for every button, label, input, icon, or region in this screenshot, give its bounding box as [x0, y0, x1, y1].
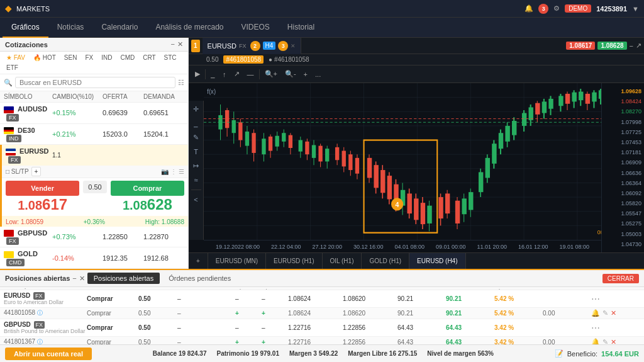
close-icon-eurusd[interactable]: ✕: [611, 309, 616, 317]
fav-tab-cmd[interactable]: CMD: [116, 53, 138, 62]
fav-tab-sen[interactable]: SEN: [60, 53, 81, 62]
chart-minimize-icon[interactable]: −: [630, 42, 633, 50]
search-input[interactable]: [15, 77, 175, 88]
pos-sub-eurusd-tp[interactable]: +: [262, 310, 287, 317]
pos-gbpusd-tp: –: [262, 324, 287, 331]
bottom-tab-gold-h1[interactable]: GOLD (H1): [362, 253, 409, 269]
free-margin-label: Margen Libre: [348, 350, 387, 357]
quote-row-de30[interactable]: DE30 IND +0.21% 15203.0 15204.1: [0, 124, 188, 145]
fav-tab-stc[interactable]: STC: [160, 53, 180, 62]
positions-close-icon[interactable]: ✕: [79, 274, 85, 283]
quote-row-gold[interactable]: GOLD CMD -0.14% 1912.35 1912.68: [0, 247, 188, 269]
info-icon-eurusd[interactable]: ⓘ: [37, 310, 43, 316]
top-bar-left: ◆ MARKETS: [5, 4, 50, 13]
gbpusd-group-menu[interactable]: ⋯: [591, 323, 600, 333]
toolbar-ray[interactable]: ↗: [231, 70, 242, 78]
fav-tab-ind[interactable]: IND: [97, 53, 116, 62]
svg-rect-116: [572, 93, 576, 102]
left-tool-measure[interactable]: ↦: [191, 160, 201, 172]
svg-rect-42: [299, 140, 303, 152]
fav-tab-crt[interactable]: CRT: [139, 53, 159, 62]
positions-minimize-icon[interactable]: −: [72, 274, 76, 282]
toolbar-line[interactable]: ⎯: [208, 71, 218, 78]
bid-audusd: 0.69639: [103, 109, 143, 116]
fav-tab-hot[interactable]: 🔥 HOT: [30, 53, 60, 62]
quote-row-eurusd[interactable]: EURUSD FX 1.1 □ SL/TP + 📷 ⋮ ☰: [0, 145, 188, 227]
sidebar-close-icon[interactable]: ✕: [177, 40, 183, 48]
left-tool-text[interactable]: T: [192, 146, 200, 157]
toolbar-cursor[interactable]: ▶: [192, 70, 203, 78]
bottom-tab-oil-h1[interactable]: OIL (H1): [323, 253, 362, 269]
chart-tab-close[interactable]: ✕: [291, 43, 296, 49]
time-2: 22.12 04:00: [271, 244, 301, 250]
eurusd-group-menu[interactable]: ⋯: [591, 294, 600, 304]
svg-rect-76: [421, 203, 425, 224]
time-9: 19.01 08:00: [559, 244, 589, 250]
account-dropdown-icon[interactable]: ▼: [632, 5, 639, 13]
pos-sub-eurusd-mktval: –: [177, 310, 234, 317]
tab-historial[interactable]: Historial: [279, 18, 323, 38]
toolbar-zoom-in[interactable]: 🔍+: [262, 70, 280, 78]
chart-tab-tf: H4: [263, 42, 276, 50]
tab-graficos[interactable]: Gráficos: [3, 18, 48, 38]
buy-button[interactable]: Comprar: [111, 181, 184, 196]
pos-sub-eurusd-sl[interactable]: +: [235, 310, 260, 317]
bottom-tab-eurusd-mn[interactable]: EURUSD (MN): [208, 253, 266, 269]
toolbar-hline[interactable]: —: [245, 71, 257, 78]
sell-button[interactable]: Vender: [6, 181, 79, 196]
chart-canvas-wrapper[interactable]: f(x): [204, 83, 644, 252]
time-3: 27.12 20:00: [312, 244, 342, 250]
candlestick-chart: f(x): [204, 83, 644, 240]
bottom-tab-eurusd-h1[interactable]: EURUSD (H1): [266, 253, 322, 269]
svg-text:4: 4: [396, 201, 400, 208]
notification-badge: 3: [538, 4, 548, 14]
left-tool-fib[interactable]: ≈: [192, 174, 199, 186]
fav-tab-etf[interactable]: ETF: [3, 63, 22, 72]
symbol-cell: AUDUSD FX: [4, 105, 52, 121]
pos-tab-open[interactable]: Posiciones abiertas: [87, 273, 160, 284]
left-tool-share[interactable]: <: [192, 194, 199, 205]
balance-value: 19 824.37: [179, 350, 207, 357]
open-real-account-button[interactable]: Abrir una cuenta real: [5, 348, 92, 360]
sltp-plus[interactable]: +: [31, 167, 42, 176]
left-tool-line[interactable]: ⎯: [192, 118, 200, 129]
toolbar-arrow[interactable]: ↑: [220, 71, 229, 78]
pos-gbpusd-actions: ⋯: [591, 323, 629, 333]
margin-level-label: Nivel de margen: [427, 350, 475, 357]
chart-tab-eurusd[interactable]: EURUSD FX 2 H4 3 ✕: [203, 38, 302, 54]
add-chart-tab[interactable]: +: [189, 253, 208, 269]
svg-rect-66: [387, 176, 392, 199]
tab-calendario[interactable]: Calendario: [92, 18, 147, 38]
edit-icon-eurusd[interactable]: ✎: [602, 309, 608, 317]
left-tool-sep: [191, 189, 201, 190]
equity-value: 19 979.01: [251, 350, 279, 357]
tab-analisis[interactable]: Análisis de mercado: [147, 18, 232, 38]
bell-icon-eurusd[interactable]: 🔔: [591, 309, 600, 317]
quote-row-gbpusd[interactable]: GBPUSD FX +0.73% 1.22850 1.22870: [0, 227, 188, 248]
fav-tab-fx[interactable]: FX: [81, 53, 97, 62]
settings-icon[interactable]: ⚙: [553, 4, 560, 13]
close-all-button[interactable]: CERRAR: [602, 274, 639, 283]
quote-row-audusd[interactable]: AUDUSD FX +0.15% 0.69639 0.69651: [0, 103, 188, 124]
toolbar-ellipsis[interactable]: ...: [313, 71, 323, 78]
notification-icon[interactable]: 🔔: [525, 4, 533, 13]
flag-gold: [4, 251, 14, 258]
toolbar-more[interactable]: +: [301, 71, 310, 78]
annotation-2: 2: [250, 41, 260, 51]
svg-rect-30: [252, 133, 255, 153]
tab-videos[interactable]: VIDEOS: [232, 18, 278, 38]
free-margin-value: 16 275.15: [389, 350, 418, 357]
fav-tab-fav[interactable]: ★ FAV: [3, 53, 29, 62]
left-tool-pen[interactable]: ✎: [191, 132, 201, 144]
positions-header: Posiciones abiertas − ✕ Posiciones abier…: [0, 270, 644, 287]
quote-table-header: SÍMBOLO CAMBIO(%10) OFERTA DEMANDA: [0, 91, 188, 103]
bottom-tab-eurusd-h4[interactable]: EURUSD (H4): [409, 253, 465, 269]
chart-expand-icon[interactable]: ↗: [636, 42, 641, 50]
tab-noticias[interactable]: Noticias: [48, 18, 93, 38]
left-tool-crosshair[interactable]: ✛: [191, 103, 201, 115]
pos-tab-pending[interactable]: Órdenes pendientes: [162, 273, 237, 284]
toolbar-zoom-out[interactable]: 🔍-: [282, 70, 299, 78]
sidebar-minimize-icon[interactable]: −: [171, 40, 175, 48]
grid-view-icon[interactable]: ☷: [178, 79, 184, 87]
fav-tabs: ★ FAV 🔥 HOT SEN FX IND CMD CRT STC ETF: [0, 52, 188, 74]
